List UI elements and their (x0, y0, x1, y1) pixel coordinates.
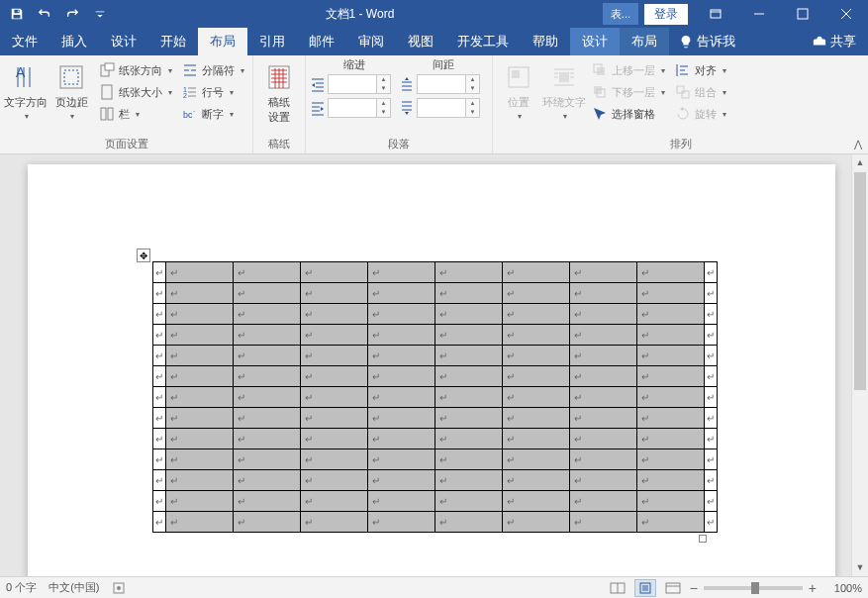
indent-left-input[interactable]: ▲▼ (328, 74, 391, 94)
table-cell[interactable]: ↵ (570, 512, 637, 533)
table-cell[interactable]: ↵ (234, 283, 301, 304)
bring-forward-button[interactable]: 上移一层▾ (588, 59, 669, 81)
document-table[interactable]: ↵↵↵↵↵↵↵↵↵↵↵↵↵↵↵↵↵↵↵↵↵↵↵↵↵↵↵↵↵↵↵↵↵↵↵↵↵↵↵↵… (152, 261, 718, 533)
table-cell[interactable]: ↵ (153, 325, 166, 346)
table-cell[interactable]: ↵ (166, 470, 234, 491)
tab-help[interactable]: 帮助 (521, 28, 570, 55)
tab-home[interactable]: 开始 (148, 28, 198, 55)
vertical-scrollbar[interactable]: ▲ ▼ (851, 154, 868, 576)
zoom-slider[interactable] (704, 586, 803, 590)
login-button[interactable]: 登录 (644, 4, 688, 25)
table-cell[interactable]: ↵ (368, 470, 435, 491)
table-cell[interactable]: ↵ (435, 262, 503, 283)
table-cell[interactable]: ↵ (503, 366, 570, 387)
table-cell[interactable]: ↵ (637, 512, 705, 533)
indent-right-input[interactable]: ▲▼ (328, 98, 391, 118)
table-cell[interactable]: ↵ (234, 387, 301, 408)
table-cell[interactable]: ↵ (301, 325, 368, 346)
table-cell[interactable]: ↵ (570, 491, 637, 512)
web-layout-button[interactable] (662, 579, 684, 597)
table-cell[interactable]: ↵ (637, 346, 705, 366)
tab-mailings[interactable]: 邮件 (297, 28, 346, 55)
table-cell[interactable]: ↵ (234, 325, 301, 346)
space-after-input[interactable]: ▲▼ (417, 98, 480, 118)
table-cell[interactable]: ↵ (368, 408, 435, 429)
text-direction-button[interactable]: A 文字方向 ▾ (4, 57, 48, 121)
table-cell[interactable]: ↵ (637, 366, 705, 387)
table-cell[interactable]: ↵ (234, 346, 301, 366)
table-cell[interactable]: ↵ (705, 470, 718, 491)
scroll-up-icon[interactable]: ▲ (852, 154, 868, 171)
table-cell[interactable]: ↵ (301, 512, 368, 533)
table-cell[interactable]: ↵ (301, 408, 368, 429)
table-cell[interactable]: ↵ (637, 470, 705, 491)
align-button[interactable]: 对齐▾ (671, 59, 730, 81)
qat-customize-button[interactable] (87, 2, 113, 26)
table-cell[interactable]: ↵ (301, 429, 368, 449)
table-cell[interactable]: ↵ (368, 387, 435, 408)
read-mode-button[interactable] (607, 579, 628, 597)
table-cell[interactable]: ↵ (503, 387, 570, 408)
table-cell[interactable]: ↵ (503, 429, 570, 449)
space-before-input[interactable]: ▲▼ (417, 74, 480, 94)
table-cell[interactable]: ↵ (166, 346, 234, 366)
table-cell[interactable]: ↵ (234, 366, 301, 387)
share-button[interactable]: 共享 (801, 28, 868, 55)
zoom-in-button[interactable]: + (809, 580, 817, 596)
table-cell[interactable]: ↵ (503, 449, 570, 470)
word-count[interactable]: 0 个字 (6, 580, 37, 595)
table-cell[interactable]: ↵ (435, 325, 503, 346)
columns-button[interactable]: 栏▾ (95, 103, 176, 125)
table-cell[interactable]: ↵ (234, 429, 301, 449)
table-cell[interactable]: ↵ (503, 491, 570, 512)
tab-review[interactable]: 审阅 (346, 28, 396, 55)
table-cell[interactable]: ↵ (503, 408, 570, 429)
zoom-level[interactable]: 100% (822, 582, 862, 594)
table-cell[interactable]: ↵ (301, 470, 368, 491)
table-cell[interactable]: ↵ (637, 325, 705, 346)
table-cell[interactable]: ↵ (570, 429, 637, 449)
table-cell[interactable]: ↵ (234, 491, 301, 512)
table-cell[interactable]: ↵ (637, 449, 705, 470)
table-cell[interactable]: ↵ (503, 283, 570, 304)
line-numbers-button[interactable]: 12行号▾ (178, 81, 248, 103)
table-cell[interactable]: ↵ (368, 491, 435, 512)
table-resize-handle[interactable] (699, 535, 707, 543)
table-cell[interactable]: ↵ (435, 346, 503, 366)
table-cell[interactable]: ↵ (705, 262, 718, 283)
table-cell[interactable]: ↵ (301, 304, 368, 325)
group-objects-button[interactable]: 组合▾ (671, 81, 730, 103)
table-cell[interactable]: ↵ (705, 429, 718, 449)
table-cell[interactable]: ↵ (234, 304, 301, 325)
table-cell[interactable]: ↵ (153, 346, 166, 366)
table-cell[interactable]: ↵ (166, 283, 234, 304)
table-cell[interactable]: ↵ (368, 449, 435, 470)
selection-pane-button[interactable]: 选择窗格 (588, 103, 669, 125)
table-cell[interactable]: ↵ (234, 408, 301, 429)
table-cell[interactable]: ↵ (570, 408, 637, 429)
ribbon-display-options-button[interactable] (694, 0, 737, 28)
table-cell[interactable]: ↵ (301, 262, 368, 283)
print-layout-button[interactable] (634, 579, 656, 597)
table-cell[interactable]: ↵ (166, 449, 234, 470)
size-button[interactable]: 纸张大小▾ (95, 81, 176, 103)
table-cell[interactable]: ↵ (166, 491, 234, 512)
table-cell[interactable]: ↵ (570, 262, 637, 283)
send-backward-button[interactable]: 下移一层▾ (588, 81, 669, 103)
table-cell[interactable]: ↵ (570, 387, 637, 408)
table-cell[interactable]: ↵ (637, 429, 705, 449)
tab-layout[interactable]: 布局 (198, 28, 247, 55)
hyphenation-button[interactable]: bc-断字▾ (178, 103, 248, 125)
table-cell[interactable]: ↵ (368, 346, 435, 366)
rotate-button[interactable]: 旋转▾ (671, 103, 730, 125)
table-cell[interactable]: ↵ (301, 346, 368, 366)
position-button[interactable]: 位置▾ (497, 57, 540, 121)
table-cell[interactable]: ↵ (368, 366, 435, 387)
table-cell[interactable]: ↵ (166, 408, 234, 429)
table-cell[interactable]: ↵ (705, 325, 718, 346)
wrap-text-button[interactable]: 环绕文字▾ (542, 57, 586, 121)
table-cell[interactable]: ↵ (368, 429, 435, 449)
tab-developer[interactable]: 开发工具 (445, 28, 521, 55)
tab-insert[interactable]: 插入 (49, 28, 99, 55)
tell-me-search[interactable]: 告诉我 (669, 28, 745, 55)
